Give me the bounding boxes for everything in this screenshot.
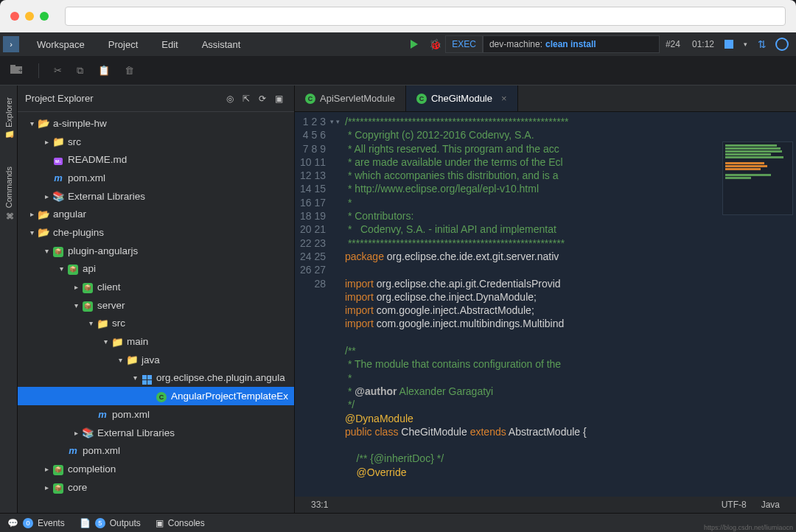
expander-icon[interactable]: ▸ — [41, 483, 52, 491]
expander-icon[interactable]: ▾ — [71, 301, 81, 309]
url-bar[interactable] — [65, 7, 786, 26]
file-icon: 📂 — [37, 209, 50, 220]
tree-label: java — [142, 354, 160, 365]
tree-label: server — [97, 300, 125, 311]
expander-icon[interactable]: ▾ — [27, 119, 37, 127]
tree-label: api — [83, 263, 96, 274]
debug-icon[interactable]: 🐞 — [425, 38, 445, 50]
tree-row[interactable]: ▾📦api — [18, 260, 294, 279]
stop-button-icon[interactable] — [725, 40, 733, 49]
exec-label[interactable]: EXEC — [445, 35, 483, 53]
expander-icon[interactable]: ▸ — [41, 192, 52, 200]
gutter-tab-commands[interactable]: ⌘Commands — [4, 161, 13, 226]
tree-row[interactable]: ▸📦client — [18, 278, 294, 296]
cut-icon[interactable]: ✂ — [54, 65, 62, 76]
minimap[interactable] — [722, 141, 793, 215]
command-selector[interactable]: dev-machine: clean install — [483, 35, 660, 53]
tree-label: README.md — [68, 154, 127, 165]
menu-caret-icon[interactable]: › — [3, 36, 19, 52]
refresh-icon[interactable]: ⟳ — [254, 94, 270, 104]
dock-tab-outputs[interactable]: 📄5Outputs — [80, 518, 141, 528]
tree-label: pom.xml — [68, 172, 105, 183]
project-tree[interactable]: ▾📂a-simple-hw▸📁srcM↓README.mdmpom.xml▸📚E… — [18, 112, 294, 513]
menu-project[interactable]: Project — [97, 39, 150, 50]
expander-icon[interactable]: ▾ — [130, 374, 140, 382]
tree-row[interactable]: ▾📂che-plugins — [18, 223, 294, 242]
editor-tab-apiservlet[interactable]: C ApiServletModule — [295, 85, 406, 111]
expander-icon[interactable]: ▾ — [100, 337, 111, 346]
file-icon: 📦 — [81, 299, 94, 312]
gutter-tab-explorer[interactable]: 📁Explorer — [4, 91, 13, 146]
menu-assistant[interactable]: Assistant — [190, 39, 253, 50]
expander-icon[interactable]: ▸ — [71, 429, 81, 437]
tree-row[interactable]: ▾📦plugin-angularjs — [18, 242, 294, 260]
expander-icon[interactable]: ▾ — [115, 356, 125, 364]
command-host: dev-machine: — [489, 39, 542, 49]
close-tab-icon[interactable]: × — [501, 93, 507, 104]
panel-title: Project Explorer — [25, 93, 93, 104]
dock-tab-events[interactable]: 💬0Events — [7, 518, 65, 528]
editor-tab-chegit[interactable]: C CheGitModule × — [406, 85, 518, 111]
sync-icon[interactable]: ⇅ — [753, 38, 771, 50]
fold-gutter[interactable]: ▾ ▾ — [330, 112, 341, 497]
menubar: › Workspace Project Edit Assistant 🐞 EXE… — [0, 32, 796, 56]
run-dropdown-icon[interactable]: ▾ — [738, 41, 753, 48]
pin-icon[interactable]: ▣ — [270, 94, 287, 104]
link-with-editor-icon[interactable]: ◎ — [222, 94, 238, 104]
tree-row[interactable]: ▸📂angular — [18, 205, 294, 223]
tree-row[interactable]: ▸📚External Libraries — [18, 187, 294, 206]
tree-row[interactable]: mpom.xml — [18, 405, 294, 424]
expander-icon[interactable]: ▾ — [56, 265, 66, 273]
project-explorer-panel: Project Explorer ◎ ⇱ ⟳ ▣ ▾📂a-simple-hw▸📁… — [18, 85, 295, 513]
window-zoom[interactable] — [40, 12, 49, 21]
tree-row[interactable]: ▾📁main — [18, 332, 294, 351]
browser-chrome — [0, 0, 796, 32]
tree-row[interactable]: mpom.xml — [18, 169, 294, 187]
tree-label: main — [127, 336, 148, 347]
tree-row[interactable]: CAngularProjectTemplateEx — [18, 387, 294, 405]
tree-row[interactable]: ▸📚External Libraries — [18, 424, 294, 442]
tree-row[interactable]: ▾org.eclipse.che.plugin.angula — [18, 369, 294, 388]
tree-row[interactable]: ▸📁src — [18, 133, 294, 151]
delete-icon[interactable]: 🗑 — [125, 65, 134, 76]
dock-tab-consoles[interactable]: ▣Consoles — [156, 518, 205, 528]
window-minimize[interactable] — [25, 12, 34, 21]
tree-row[interactable]: ▸📦core — [18, 478, 294, 497]
copy-icon[interactable]: ⧉ — [77, 65, 83, 77]
file-icon: 📦 — [52, 245, 65, 257]
run-play-icon[interactable] — [404, 40, 425, 49]
file-encoding[interactable]: UTF-8 — [714, 500, 754, 510]
expander-icon[interactable]: ▸ — [41, 465, 52, 473]
tree-row[interactable]: ▾📁src — [18, 315, 294, 333]
left-gutter: 📁Explorer ⌘Commands — [0, 85, 18, 513]
paste-icon[interactable]: 📋 — [98, 65, 110, 76]
file-icon: 📚 — [52, 190, 65, 202]
expander-icon[interactable]: ▸ — [71, 283, 81, 291]
file-language[interactable]: Java — [754, 500, 787, 510]
tree-row[interactable]: ▾📁java — [18, 351, 294, 369]
tree-row[interactable]: mpom.xml — [18, 441, 294, 460]
tree-row[interactable]: ▾📂a-simple-hw — [18, 114, 294, 133]
tree-label: a-simple-hw — [53, 118, 107, 129]
menu-edit[interactable]: Edit — [150, 39, 189, 50]
expander-icon[interactable]: ▸ — [41, 138, 52, 146]
expander-icon[interactable]: ▸ — [27, 210, 37, 218]
tree-label: che-plugins — [53, 227, 104, 238]
code-editor[interactable]: 1 2 3 4 5 6 7 8 9 10 11 12 13 14 15 16 1… — [295, 112, 796, 497]
tree-label: External Libraries — [97, 427, 175, 438]
tree-row[interactable]: ▸📦completion — [18, 460, 294, 478]
expander-icon[interactable]: ▾ — [85, 319, 96, 327]
window-close[interactable] — [10, 12, 19, 21]
collapse-all-icon[interactable]: ⇱ — [238, 94, 254, 104]
tree-row[interactable]: ▾📦server — [18, 296, 294, 315]
tree-label: org.eclipse.che.plugin.angula — [156, 372, 285, 383]
new-folder-icon[interactable]: + — [10, 64, 24, 77]
file-icon: m — [96, 409, 109, 420]
tree-label: core — [68, 482, 87, 493]
expander-icon[interactable]: ▾ — [41, 247, 52, 255]
menu-workspace[interactable]: Workspace — [25, 39, 97, 50]
tree-row[interactable]: M↓README.md — [18, 150, 294, 169]
target-icon[interactable] — [775, 38, 789, 51]
bottom-dock: 💬0Events 📄5Outputs ▣Consoles — [0, 513, 796, 532]
expander-icon[interactable]: ▾ — [27, 228, 37, 237]
